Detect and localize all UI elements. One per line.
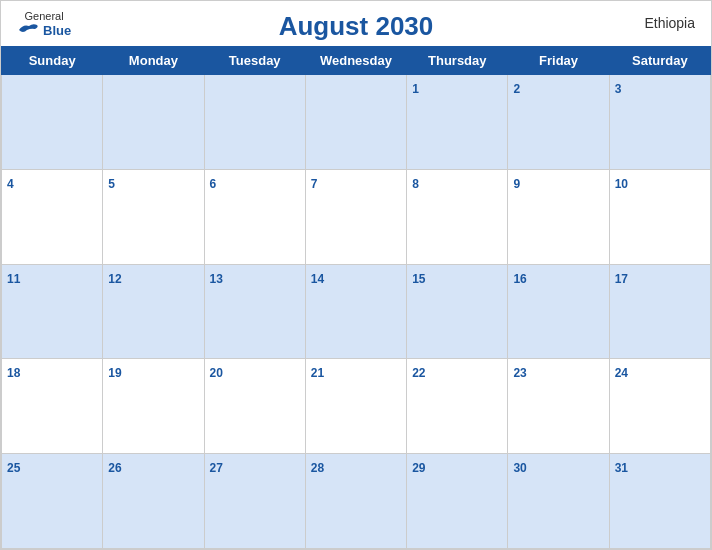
calendar-day-cell <box>305 75 406 170</box>
day-number: 10 <box>615 177 628 191</box>
day-number: 29 <box>412 461 425 475</box>
col-monday: Monday <box>103 47 204 75</box>
logo-general-text: General <box>25 11 64 22</box>
calendar-day-cell: 27 <box>204 454 305 549</box>
col-saturday: Saturday <box>609 47 710 75</box>
calendar-day-cell: 20 <box>204 359 305 454</box>
calendar-week-row: 25262728293031 <box>2 454 711 549</box>
day-number: 5 <box>108 177 115 191</box>
col-thursday: Thursday <box>407 47 508 75</box>
day-number: 9 <box>513 177 520 191</box>
day-number: 21 <box>311 366 324 380</box>
day-number: 22 <box>412 366 425 380</box>
calendar-day-cell: 7 <box>305 169 406 264</box>
calendar-week-row: 123 <box>2 75 711 170</box>
calendar-day-cell <box>204 75 305 170</box>
calendar-day-cell: 1 <box>407 75 508 170</box>
calendar-day-cell: 26 <box>103 454 204 549</box>
day-number: 27 <box>210 461 223 475</box>
calendar-day-cell: 21 <box>305 359 406 454</box>
day-number: 24 <box>615 366 628 380</box>
day-number: 6 <box>210 177 217 191</box>
calendar-day-cell: 3 <box>609 75 710 170</box>
country-label: Ethiopia <box>644 15 695 31</box>
col-sunday: Sunday <box>2 47 103 75</box>
col-wednesday: Wednesday <box>305 47 406 75</box>
calendar-day-cell <box>2 75 103 170</box>
day-number: 25 <box>7 461 20 475</box>
calendar-day-cell: 12 <box>103 264 204 359</box>
calendar-day-cell: 18 <box>2 359 103 454</box>
weekday-header-row: Sunday Monday Tuesday Wednesday Thursday… <box>2 47 711 75</box>
day-number: 3 <box>615 82 622 96</box>
calendar-day-cell: 25 <box>2 454 103 549</box>
day-number: 18 <box>7 366 20 380</box>
calendar-day-cell: 22 <box>407 359 508 454</box>
calendar-day-cell: 13 <box>204 264 305 359</box>
day-number: 23 <box>513 366 526 380</box>
calendar-day-cell: 14 <box>305 264 406 359</box>
col-friday: Friday <box>508 47 609 75</box>
calendar: General Blue August 2030 Ethiopia Sunday… <box>0 0 712 550</box>
day-number: 19 <box>108 366 121 380</box>
calendar-day-cell: 19 <box>103 359 204 454</box>
day-number: 17 <box>615 272 628 286</box>
calendar-title: August 2030 <box>279 11 434 42</box>
day-number: 1 <box>412 82 419 96</box>
calendar-day-cell: 4 <box>2 169 103 264</box>
logo-bird-icon <box>17 22 41 38</box>
calendar-day-cell: 30 <box>508 454 609 549</box>
day-number: 31 <box>615 461 628 475</box>
day-number: 2 <box>513 82 520 96</box>
calendar-week-row: 45678910 <box>2 169 711 264</box>
calendar-day-cell: 9 <box>508 169 609 264</box>
day-number: 13 <box>210 272 223 286</box>
calendar-day-cell: 15 <box>407 264 508 359</box>
calendar-day-cell: 11 <box>2 264 103 359</box>
day-number: 14 <box>311 272 324 286</box>
day-number: 20 <box>210 366 223 380</box>
calendar-day-cell: 31 <box>609 454 710 549</box>
calendar-week-row: 18192021222324 <box>2 359 711 454</box>
day-number: 7 <box>311 177 318 191</box>
day-number: 28 <box>311 461 324 475</box>
calendar-day-cell: 5 <box>103 169 204 264</box>
day-number: 16 <box>513 272 526 286</box>
day-number: 11 <box>7 272 20 286</box>
day-number: 26 <box>108 461 121 475</box>
calendar-day-cell: 28 <box>305 454 406 549</box>
day-number: 4 <box>7 177 14 191</box>
calendar-header: General Blue August 2030 Ethiopia <box>1 1 711 46</box>
logo: General Blue <box>17 11 71 38</box>
calendar-day-cell: 6 <box>204 169 305 264</box>
day-number: 12 <box>108 272 121 286</box>
calendar-day-cell: 8 <box>407 169 508 264</box>
calendar-day-cell: 23 <box>508 359 609 454</box>
calendar-day-cell: 10 <box>609 169 710 264</box>
logo-blue-text: Blue <box>43 24 71 37</box>
day-number: 15 <box>412 272 425 286</box>
day-number: 30 <box>513 461 526 475</box>
calendar-day-cell <box>103 75 204 170</box>
calendar-day-cell: 2 <box>508 75 609 170</box>
calendar-day-cell: 24 <box>609 359 710 454</box>
calendar-day-cell: 16 <box>508 264 609 359</box>
day-number: 8 <box>412 177 419 191</box>
col-tuesday: Tuesday <box>204 47 305 75</box>
calendar-day-cell: 29 <box>407 454 508 549</box>
calendar-week-row: 11121314151617 <box>2 264 711 359</box>
calendar-day-cell: 17 <box>609 264 710 359</box>
calendar-grid: Sunday Monday Tuesday Wednesday Thursday… <box>1 46 711 549</box>
